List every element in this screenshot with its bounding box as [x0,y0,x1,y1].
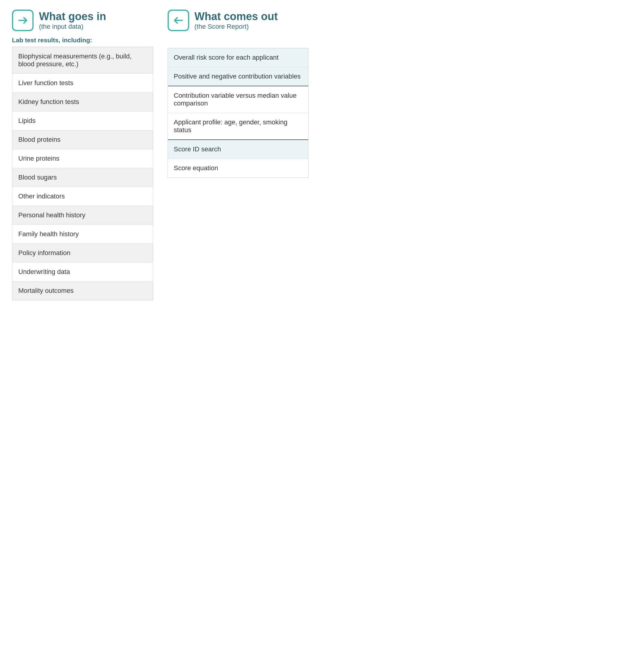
right-list-item: Contribution variable versus median valu… [168,86,309,113]
list-item: Mortality outcomes [12,282,153,300]
left-title: What goes in [39,10,106,23]
arrow-right-icon [16,14,29,27]
right-list-item: Positive and negative contribution varia… [168,67,309,86]
right-column: What comes out (the Score Report) Overal… [167,10,309,178]
left-subtitle: (the input data) [39,23,106,30]
list-item: Lipids [12,111,153,131]
left-sub-label: Lab test results, including: [12,37,153,44]
list-item: Kidney function tests [12,93,153,111]
right-subtitle: (the Score Report) [194,23,278,30]
right-header: What comes out (the Score Report) [167,10,309,31]
list-item: Underwriting data [12,263,153,282]
right-list-item: Score equation [168,159,309,177]
list-item: Blood sugars [12,168,153,187]
left-item-list: Biophysical measurements (e.g., build, b… [12,47,153,300]
left-column: What goes in (the input data) Lab test r… [12,10,153,300]
list-item: Urine proteins [12,149,153,168]
list-item: Biophysical measurements (e.g., build, b… [12,47,153,74]
arrow-left-icon [172,14,185,27]
right-spacer [167,37,309,48]
right-header-text: What comes out (the Score Report) [194,10,278,30]
list-item: Blood proteins [12,131,153,149]
right-list-item: Score ID search [168,140,309,159]
list-item: Family health history [12,225,153,244]
right-item-list: Overall risk score for each applicantPos… [167,48,309,178]
list-item: Other indicators [12,187,153,206]
left-header: What goes in (the input data) [12,10,153,31]
input-icon-box [12,10,33,31]
list-item: Policy information [12,244,153,263]
list-item: Liver function tests [12,74,153,93]
right-title: What comes out [194,10,278,23]
list-item: Personal health history [12,206,153,225]
right-list-item: Applicant profile: age, gender, smoking … [168,113,309,140]
output-icon-box [167,10,189,31]
left-header-text: What goes in (the input data) [39,10,106,30]
right-list-item: Overall risk score for each applicant [168,48,309,67]
